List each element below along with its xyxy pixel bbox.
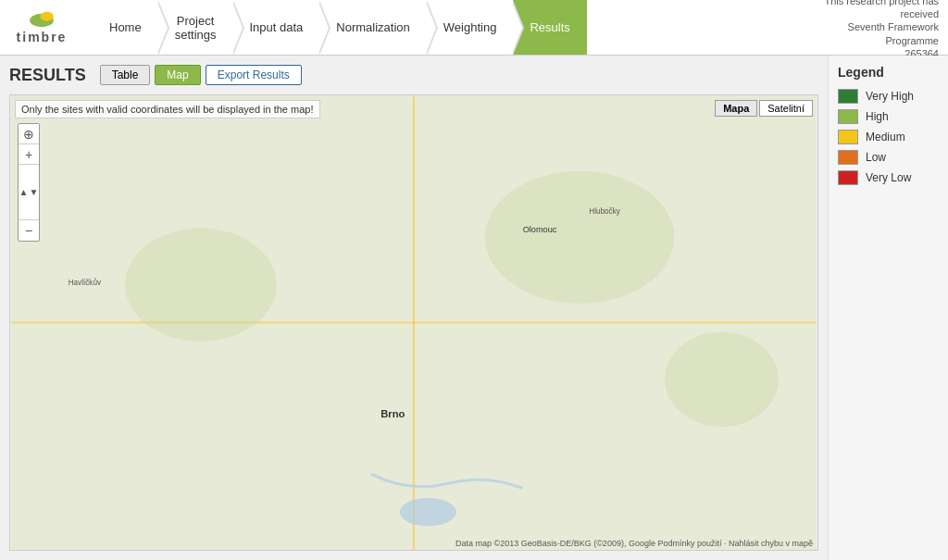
legend-color-medium: [838, 130, 858, 144]
legend-label-very-high: Very High: [866, 90, 914, 103]
header-info: This research project has receivedSevent…: [809, 0, 939, 60]
svg-point-7: [665, 332, 779, 427]
legend-label-very-low: Very Low: [866, 171, 911, 184]
legend-item-high: High: [838, 109, 939, 124]
map-type-mapa[interactable]: Mapa: [715, 100, 757, 117]
legend-item-low: Low: [838, 150, 939, 165]
main-nav: Home Projectsettings Input data Normaliz…: [93, 0, 809, 55]
zoom-in-button[interactable]: +: [19, 144, 39, 165]
map-type-controls: Mapa Satelitní: [715, 100, 813, 117]
legend-color-very-low: [838, 170, 858, 185]
nav-item-home[interactable]: Home: [93, 0, 158, 55]
legend-item-medium: Medium: [838, 130, 939, 144]
map-zoom-controls: ⊕ + ▲▼ −: [18, 123, 40, 242]
map-container[interactable]: Only the sites with valid coordinates wi…: [9, 94, 818, 551]
svg-text:Hlubočky: Hlubočky: [589, 207, 621, 216]
logo-text: timbre: [17, 30, 68, 44]
nav-item-weighting[interactable]: Weighting: [427, 0, 514, 55]
svg-point-8: [400, 498, 456, 527]
legend-color-very-high: [838, 89, 858, 104]
logo: timbre: [9, 11, 74, 44]
legend-label-high: High: [866, 110, 889, 123]
content-area: RESULTS Table Map Export Results Only th…: [0, 56, 948, 560]
map-attribution: Data map ©2013 GeoBasis-DE/BKG (©2009), …: [455, 539, 813, 548]
map-type-satelitni[interactable]: Satelitní: [759, 100, 813, 117]
zoom-out-button[interactable]: −: [19, 220, 39, 241]
pan-control[interactable]: ⊕: [19, 124, 39, 144]
legend-item-very-low: Very Low: [838, 170, 939, 185]
svg-point-5: [125, 228, 277, 342]
tab-table[interactable]: Table: [100, 65, 151, 85]
map-background: Olomouc Hlubočky Brno Havlíčkův: [10, 95, 817, 550]
tab-map[interactable]: Map: [155, 65, 200, 85]
svg-text:Havlíčkův: Havlíčkův: [69, 278, 102, 287]
legend-panel: Legend Very High High Medium Low Very Lo…: [828, 56, 948, 560]
nav-item-project-settings[interactable]: Projectsettings: [158, 0, 233, 55]
legend-label-medium: Medium: [866, 131, 905, 143]
legend-color-low: [838, 150, 858, 165]
results-title: RESULTS: [9, 66, 86, 85]
header: timbre Home Projectsettings Input data N…: [0, 0, 948, 56]
nav-item-normalization[interactable]: Normalization: [319, 0, 426, 55]
main-panel: RESULTS Table Map Export Results Only th…: [0, 56, 828, 560]
export-results-button[interactable]: Export Results: [206, 65, 302, 85]
zoom-slider[interactable]: ▲▼: [19, 165, 39, 220]
nav-item-input-data[interactable]: Input data: [233, 0, 320, 55]
legend-item-very-high: Very High: [838, 89, 939, 104]
legend-title: Legend: [838, 65, 939, 80]
legend-label-low: Low: [866, 151, 886, 164]
legend-color-high: [838, 109, 858, 124]
svg-point-6: [485, 171, 675, 304]
svg-text:Olomouc: Olomouc: [523, 225, 557, 234]
svg-point-1: [41, 11, 54, 20]
logo-icon: [28, 11, 56, 30]
svg-text:Brno: Brno: [380, 408, 405, 419]
results-header: RESULTS Table Map Export Results: [9, 65, 818, 85]
map-note: Only the sites with valid coordinates wi…: [15, 100, 320, 118]
